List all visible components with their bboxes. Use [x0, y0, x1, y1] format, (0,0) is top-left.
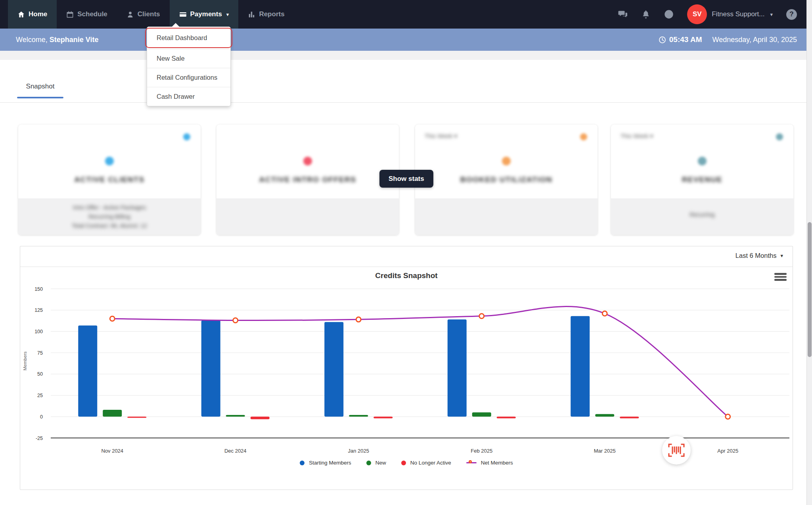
marker-net-members — [479, 314, 484, 319]
y-axis-title: Members — [23, 351, 27, 371]
legend-dot — [366, 461, 371, 465]
legend-label: No Longer Active — [410, 460, 451, 466]
y-axis-tick-label: -25 — [36, 436, 43, 441]
bar-no-longer-active — [127, 417, 146, 418]
y-axis-tick-label: 150 — [34, 286, 43, 292]
barcode-scan-fab[interactable] — [662, 436, 691, 465]
legend-item-new[interactable]: New — [366, 460, 386, 466]
card-footer: Intro Offer - Active Packages Recurring … — [18, 198, 201, 235]
account-name: Fitness Support... — [712, 10, 764, 18]
y-axis-tick-label: 100 — [34, 329, 43, 334]
x-axis-tick-label: Feb 2025 — [471, 448, 492, 454]
bar-starting-members — [324, 322, 343, 417]
bar-starting-members — [571, 316, 590, 417]
account-menu[interactable]: SV Fitness Support... ▾ — [687, 4, 773, 24]
tab-snapshot[interactable]: Snapshot — [17, 60, 63, 98]
clock-small-icon — [659, 36, 666, 44]
credit-card-icon — [179, 11, 187, 18]
nav-label: Schedule — [77, 10, 107, 18]
tab-label: Snapshot — [26, 83, 55, 90]
period-dropdown[interactable]: This Week ▾ — [425, 132, 457, 140]
bar-new — [226, 415, 245, 417]
stat-card-revenue: This Week ▾ REVENUE Recurring — [611, 125, 793, 235]
gear-icon[interactable] — [580, 133, 587, 140]
menu-item-cash-drawer[interactable]: Cash Drawer — [147, 87, 230, 106]
marker-net-members — [110, 316, 115, 321]
footer-line: Total Contract: 96, Alumni: 12 — [18, 221, 201, 230]
active-tab-underline — [17, 97, 63, 98]
x-axis-tick-label: Jan 2025 — [348, 448, 370, 454]
welcome-bar: Welcome, Stephanie Vite 05:43 AM Wednesd… — [0, 29, 812, 51]
avatar: SV — [687, 4, 707, 24]
nav-item-home[interactable]: Home — [8, 0, 57, 29]
welcome-message: Welcome, Stephanie Vite — [16, 36, 98, 44]
bar-chart-icon — [248, 11, 255, 18]
y-axis-tick-label: 125 — [34, 307, 43, 313]
range-selector[interactable]: Last 6 Months ▾ — [735, 252, 783, 259]
menu-item-retail-dashboard[interactable]: Retail Dashboard — [147, 27, 230, 49]
current-date: Wednesday, April 30, 2025 — [712, 36, 797, 44]
nav-item-clients[interactable]: Clients — [117, 0, 170, 29]
page-background-strip — [0, 51, 812, 60]
barcode-icon — [668, 444, 685, 457]
card-title: ACTIVE CLIENTS — [18, 175, 201, 184]
menu-item-new-sale[interactable]: New Sale — [147, 49, 230, 68]
legend-item-net-members[interactable]: Net Members — [466, 460, 513, 466]
stat-donut-icon — [303, 157, 312, 165]
y-axis-tick-label: 25 — [37, 393, 43, 398]
calendar-icon — [66, 11, 74, 18]
show-stats-button[interactable]: Show stats — [379, 170, 433, 188]
legend-label: Net Members — [481, 460, 513, 466]
nav-label: Clients — [138, 10, 160, 18]
stat-donut-icon — [698, 157, 707, 165]
menu-item-label: New Sale — [157, 55, 185, 62]
marker-net-members — [602, 311, 607, 316]
scrollbar-thumb[interactable] — [808, 222, 812, 357]
legend-item-no-longer-active[interactable]: No Longer Active — [401, 460, 451, 466]
bar-new — [103, 410, 122, 417]
chevron-down-icon: ▾ — [770, 12, 773, 17]
footer-line: Recurring — [611, 210, 793, 219]
card-title: REVENUE — [611, 175, 793, 184]
bar-new — [595, 414, 614, 417]
nav-item-schedule[interactable]: Schedule — [57, 0, 117, 29]
y-axis-tick-label: 50 — [37, 371, 43, 377]
nav-item-payments[interactable]: Payments ▾ — [170, 0, 239, 29]
app-screen: Home Schedule Clients Payments ▾ Reports — [0, 0, 812, 505]
bar-starting-members — [78, 325, 97, 417]
card-title: ACTIVE INTRO OFFERS — [216, 175, 399, 184]
x-axis-tick-label: Apr 2025 — [717, 448, 738, 454]
marker-net-members — [726, 414, 730, 419]
user-name: Stephanie Vite — [50, 36, 99, 44]
bar-no-longer-active — [251, 417, 270, 419]
stat-card-booked-utilization: This Week ▾ BOOKED UTILIZATION — [415, 125, 598, 235]
current-time: 05:43 AM — [659, 35, 702, 44]
legend-label: Starting Members — [309, 460, 351, 466]
card-title: BOOKED UTILIZATION — [415, 175, 598, 184]
bar-no-longer-active — [620, 417, 639, 418]
tabs-row: Snapshot — [0, 60, 812, 103]
period-dropdown[interactable]: This Week ▾ — [620, 132, 653, 140]
legend-item-starting-members[interactable]: Starting Members — [300, 460, 351, 466]
chevron-down-icon: ▾ — [226, 12, 229, 17]
payments-dropdown-menu: Retail Dashboard New Sale Retail Configu… — [147, 27, 231, 106]
stat-card-active-intro-offers: ACTIVE INTRO OFFERS — [216, 125, 399, 235]
bar-no-longer-active — [497, 417, 516, 418]
nav-item-reports[interactable]: Reports — [238, 0, 294, 29]
menu-item-label: Retail Configurations — [157, 74, 217, 81]
menu-item-retail-configurations[interactable]: Retail Configurations — [147, 68, 230, 87]
card-footer — [415, 198, 598, 235]
top-nav: Home Schedule Clients Payments ▾ Reports — [0, 0, 812, 29]
clock-icon[interactable] — [664, 10, 674, 19]
bell-icon[interactable] — [641, 10, 651, 19]
menu-item-label: Retail Dashboard — [157, 34, 207, 42]
gear-icon[interactable] — [776, 133, 783, 140]
x-axis-tick-label: Dec 2024 — [224, 448, 247, 454]
chat-icon[interactable] — [618, 10, 628, 19]
nav-label: Payments — [190, 10, 222, 18]
stat-card-active-clients: ACTIVE CLIENTS Intro Offer - Active Pack… — [18, 125, 201, 235]
chart-panel-header: Last 6 Months ▾ — [20, 246, 793, 267]
gear-icon[interactable] — [183, 133, 190, 140]
marker-net-members — [356, 317, 361, 322]
help-icon[interactable]: ? — [786, 9, 797, 20]
